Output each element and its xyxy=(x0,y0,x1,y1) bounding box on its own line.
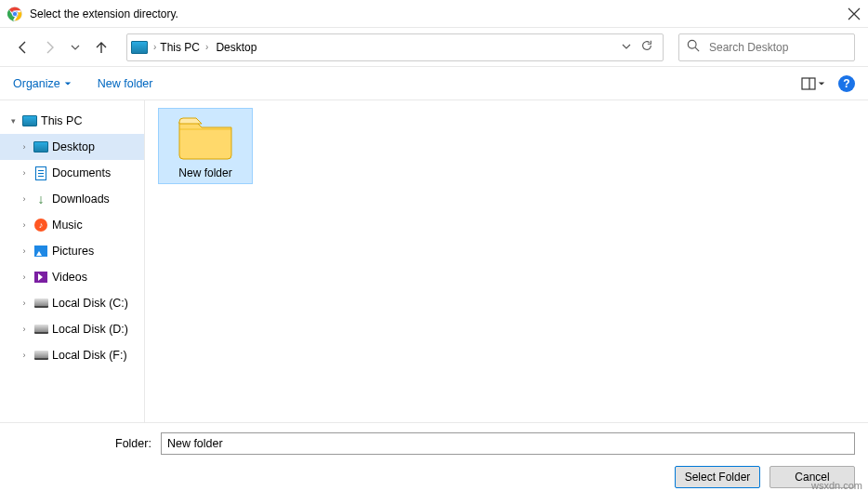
back-button[interactable] xyxy=(13,33,33,62)
tree-label: Local Disk (D:) xyxy=(52,323,128,336)
items-view[interactable]: New folder xyxy=(145,100,868,422)
organize-menu[interactable]: Organize xyxy=(13,77,72,90)
recent-locations-dropdown[interactable] xyxy=(65,33,85,62)
tree-label: Local Disk (F:) xyxy=(52,349,127,362)
help-button[interactable]: ? xyxy=(838,75,855,92)
file-name: New folder xyxy=(178,166,231,179)
chevron-right-icon[interactable]: › xyxy=(19,299,30,308)
down-icon: ↓ xyxy=(33,192,48,206)
main-panel: ▾ This PC ›Desktop›Documents›↓Downloads›… xyxy=(0,100,868,422)
tree-item-documents[interactable]: ›Documents xyxy=(0,160,144,186)
breadcrumb-root-label: This PC xyxy=(160,41,200,54)
this-pc-icon xyxy=(22,113,37,128)
refresh-button[interactable] xyxy=(640,39,653,55)
disk-icon xyxy=(33,322,48,337)
this-pc-icon xyxy=(131,41,148,54)
dialog-footer: Folder: Select Folder Cancel wsxdn.com xyxy=(0,422,868,491)
tree-item-desktop[interactable]: ›Desktop xyxy=(0,134,144,160)
svg-point-3 xyxy=(688,40,696,48)
watermark-text: wsxdn.com xyxy=(811,480,862,491)
pic-icon xyxy=(33,244,48,259)
chevron-right-icon[interactable]: › xyxy=(19,325,30,334)
disk-icon xyxy=(33,296,48,311)
tree-label: Videos xyxy=(52,271,87,284)
folder-field-label: Folder: xyxy=(115,437,151,450)
tree-item-music[interactable]: ›♪Music xyxy=(0,212,144,238)
chevron-right-icon[interactable]: › xyxy=(19,168,30,178)
address-dropdown-icon[interactable] xyxy=(622,41,631,54)
disk-icon xyxy=(33,348,48,363)
chevron-right-icon[interactable]: › xyxy=(19,351,30,360)
svg-point-2 xyxy=(12,11,17,16)
chevron-right-icon[interactable]: › xyxy=(19,272,30,282)
tree-label: This PC xyxy=(41,114,82,127)
tree-item-videos[interactable]: ›Videos xyxy=(0,264,144,290)
chevron-right-icon: › xyxy=(205,42,208,52)
file-item[interactable]: New folder xyxy=(158,108,253,184)
tree-label: Downloads xyxy=(52,192,110,206)
navigation-tree[interactable]: ▾ This PC ›Desktop›Documents›↓Downloads›… xyxy=(0,100,145,422)
chevron-right-icon[interactable]: › xyxy=(19,194,30,204)
doc-icon xyxy=(33,166,48,180)
new-folder-label: New folder xyxy=(98,77,153,90)
tree-label: Documents xyxy=(52,166,111,179)
tree-label: Music xyxy=(52,219,83,232)
tree-item-this-pc[interactable]: ▾ This PC xyxy=(0,108,144,134)
monitor-icon xyxy=(33,139,48,154)
up-button[interactable] xyxy=(91,33,112,62)
chevron-right-icon[interactable]: › xyxy=(19,142,30,152)
folder-name-input[interactable] xyxy=(161,432,855,455)
tree-item-local-disk-c-[interactable]: ›Local Disk (C:) xyxy=(0,290,144,316)
tree-item-pictures[interactable]: ›Pictures xyxy=(0,238,144,264)
view-options-button[interactable] xyxy=(801,77,825,90)
breadcrumb-current[interactable]: Desktop xyxy=(212,41,260,54)
address-bar[interactable]: › This PC › Desktop xyxy=(126,33,664,61)
search-box[interactable] xyxy=(678,33,855,61)
vid-icon xyxy=(33,270,48,285)
chevron-down-icon xyxy=(818,80,825,87)
organize-label: Organize xyxy=(13,77,60,90)
music-icon: ♪ xyxy=(33,218,48,232)
chevron-right-icon[interactable]: › xyxy=(19,246,30,256)
chrome-icon xyxy=(7,7,22,21)
breadcrumb-current-label: Desktop xyxy=(216,41,256,54)
folder-icon xyxy=(176,113,235,161)
titlebar: Select the extension directory. xyxy=(0,0,868,28)
navigation-toolbar: › This PC › Desktop xyxy=(0,28,868,67)
new-folder-button[interactable]: New folder xyxy=(98,77,153,90)
tree-label: Local Disk (C:) xyxy=(52,297,128,310)
tree-item-downloads[interactable]: ›↓Downloads xyxy=(0,186,144,212)
forward-button[interactable] xyxy=(39,33,59,62)
command-bar: Organize New folder ? xyxy=(0,67,868,100)
svg-rect-4 xyxy=(802,78,815,89)
close-button[interactable] xyxy=(848,7,861,20)
view-icon xyxy=(801,77,816,90)
chevron-down-icon xyxy=(64,80,72,87)
tree-item-local-disk-d-[interactable]: ›Local Disk (D:) xyxy=(0,316,144,342)
tree-item-local-disk-f-[interactable]: ›Local Disk (F:) xyxy=(0,342,144,368)
select-folder-button[interactable]: Select Folder xyxy=(675,466,760,488)
tree-label: Pictures xyxy=(52,245,94,258)
breadcrumb-root[interactable]: This PC › xyxy=(156,41,212,54)
window-title: Select the extension directory. xyxy=(30,7,848,20)
chevron-right-icon[interactable]: › xyxy=(19,220,30,230)
search-icon xyxy=(687,39,700,55)
tree-label: Desktop xyxy=(52,140,95,153)
search-input[interactable] xyxy=(707,40,850,55)
chevron-down-icon[interactable]: ▾ xyxy=(7,116,19,126)
